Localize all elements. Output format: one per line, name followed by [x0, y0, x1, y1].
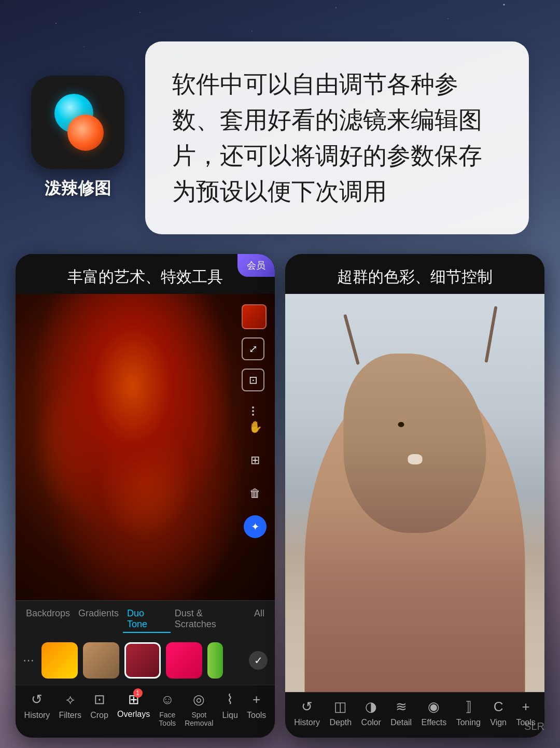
toolbar-crop[interactable]: ⊡ Crop [90, 691, 108, 727]
liquify-label: Liqu [222, 711, 238, 720]
duplicate-icon[interactable]: ⊡ [242, 369, 264, 391]
right-toning-icon: ⟧ [465, 699, 472, 715]
left-bottom-toolbar: ↺ History ⟡ Filters ⊡ Crop ⊞ 1 Overlays … [16, 685, 275, 738]
deer-eye [398, 422, 404, 427]
swatch-brown[interactable] [83, 642, 119, 679]
deer-photo [285, 294, 544, 692]
right-toolbar-history[interactable]: ↺ History [294, 699, 320, 727]
filter-tabs: Backdrops Gradients Duo Tone Dust & Scra… [16, 600, 275, 636]
right-phone-image [285, 294, 544, 692]
history-label: History [24, 711, 50, 720]
eyedropper-tool[interactable]: ✦ [244, 515, 267, 538]
woman-photo [16, 294, 275, 600]
filter-all[interactable]: All [250, 606, 269, 633]
woman-silhouette [16, 294, 275, 600]
right-toolbar-depth[interactable]: ◫ Depth [329, 699, 352, 727]
swatch-red-active[interactable] [124, 642, 161, 679]
right-toolbar-toning[interactable]: ⟧ Toning [456, 699, 481, 727]
swatch-more[interactable]: ⋯ [23, 654, 34, 667]
hand-tool[interactable]: ✋ [244, 416, 267, 439]
left-phone-title: 丰富的艺术、特效工具 [67, 268, 223, 285]
tools-icon: + [253, 691, 260, 708]
toolbar-liquify[interactable]: ⌇ Liqu [222, 691, 238, 727]
toolbar-facetools[interactable]: ☺ FaceTools [159, 691, 176, 727]
overlays-icon-wrap: ⊞ 1 [128, 691, 139, 708]
description-text: 软件中可以自由调节各种参数、套用好看的滤镜来编辑图片，还可以将调好的参数保存为预… [172, 66, 502, 209]
right-history-label: History [294, 718, 320, 727]
spotremoval-label: SpotRemoval [185, 711, 213, 727]
filter-duotone[interactable]: Duo Tone [123, 606, 171, 633]
top-section: 泼辣修图 软件中可以自由调节各种参数、套用好看的滤镜来编辑图片，还可以将调好的参… [0, 21, 560, 255]
delete-tool[interactable]: 🗑 [244, 482, 267, 505]
toolbar-history[interactable]: ↺ History [24, 691, 50, 727]
color-swatch[interactable] [242, 304, 267, 329]
overlays-badge: 1 [133, 688, 143, 698]
swatch-green[interactable] [207, 642, 223, 679]
orange-sphere [67, 115, 104, 151]
right-depth-icon: ◫ [334, 699, 347, 715]
left-phone-mockup: 丰富的艺术、特效工具 会员 ⤢ ⊡ ✋ ⊞ 🗑 ✦ [16, 254, 275, 738]
right-bottom-toolbar: ↺ History ◫ Depth ◑ Color ≋ Detail ◉ Eff… [285, 692, 544, 738]
right-vign-label: Vign [490, 718, 507, 727]
spotremoval-icon: ◎ [193, 691, 205, 708]
right-toolbar-color[interactable]: ◑ Color [361, 699, 381, 727]
right-detail-label: Detail [390, 718, 412, 727]
right-toolbar-vign[interactable]: C Vign [490, 699, 507, 727]
app-icon-section: 泼辣修图 [31, 76, 124, 200]
watermark: SLR [524, 721, 544, 732]
right-vign-icon: C [494, 699, 503, 715]
deer-antler-left [343, 314, 360, 365]
toolbar-spotremoval[interactable]: ◎ SpotRemoval [185, 691, 213, 727]
right-detail-icon: ≋ [396, 699, 407, 715]
selection-tool[interactable]: ⊞ [244, 449, 267, 472]
right-phone-title: 超群的色彩、细节控制 [337, 268, 493, 285]
filters-icon: ⟡ [66, 691, 75, 708]
filter-dustscratches[interactable]: Dust & Scratches [171, 606, 250, 633]
right-phone-header: 超群的色彩、细节控制 [285, 254, 544, 294]
vip-badge: 会员 [237, 254, 275, 277]
right-toolbar-detail[interactable]: ≋ Detail [390, 699, 412, 727]
left-phone-image: ⤢ ⊡ ✋ ⊞ 🗑 ✦ [16, 294, 275, 600]
left-phone-header: 丰富的艺术、特效工具 会员 [16, 254, 275, 294]
right-effects-icon: ◉ [428, 699, 440, 715]
toolbar-filters[interactable]: ⟡ Filters [59, 691, 82, 727]
toolbar-tools[interactable]: + Tools [247, 691, 266, 727]
right-effects-label: Effects [422, 718, 447, 727]
screenshots-section: 丰富的艺术、特效工具 会员 ⤢ ⊡ ✋ ⊞ 🗑 ✦ [0, 244, 560, 748]
toolbar-overlays[interactable]: ⊞ 1 Overlays [117, 691, 150, 727]
crop-icon: ⊡ [94, 691, 105, 708]
right-history-icon: ↺ [301, 699, 313, 715]
deer-antler-right [484, 306, 497, 362]
right-tools-icon: + [522, 699, 530, 715]
swatch-pink[interactable] [166, 642, 202, 679]
right-toning-label: Toning [456, 718, 481, 727]
deer-head [344, 354, 486, 533]
expand-icon[interactable]: ⤢ [242, 337, 264, 360]
right-tools: ✋ ⊞ 🗑 ✦ [244, 416, 267, 538]
swatch-check[interactable]: ✓ [249, 651, 268, 670]
right-color-label: Color [361, 718, 381, 727]
history-icon: ↺ [31, 691, 43, 708]
right-depth-label: Depth [329, 718, 352, 727]
overlays-label: Overlays [117, 710, 150, 719]
filter-backdrops[interactable]: Backdrops [22, 606, 74, 633]
app-name: 泼辣修图 [45, 177, 111, 200]
app-icon-spheres [47, 91, 109, 153]
deer-nose [408, 454, 422, 464]
right-toolbar-effects[interactable]: ◉ Effects [422, 699, 447, 727]
filters-label: Filters [59, 711, 82, 720]
right-color-icon: ◑ [365, 699, 377, 715]
app-icon[interactable] [31, 76, 124, 169]
right-phone-mockup: 超群的色彩、细节控制 ↺ History ◫ De [285, 254, 544, 738]
filter-swatches: ⋯ ✓ [16, 636, 275, 685]
liquify-icon: ⌇ [227, 691, 233, 708]
filter-gradients[interactable]: Gradients [74, 606, 123, 633]
crop-label: Crop [90, 711, 108, 720]
facetools-icon: ☺ [160, 691, 174, 708]
overlay-tools: ⤢ ⊡ [242, 304, 267, 422]
facetools-label: FaceTools [159, 711, 176, 727]
swatch-orange[interactable] [41, 642, 78, 679]
description-card: 软件中可以自由调节各种参数、套用好看的滤镜来编辑图片，还可以将调好的参数保存为预… [145, 41, 529, 234]
tools-label: Tools [247, 711, 266, 720]
